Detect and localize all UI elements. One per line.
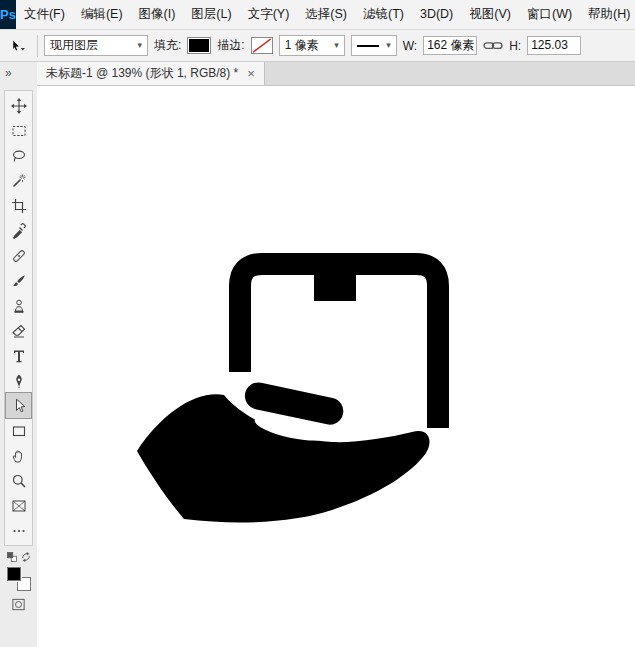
separator bbox=[37, 35, 38, 57]
eyedropper-tool[interactable] bbox=[6, 218, 31, 243]
lasso-tool-icon bbox=[11, 148, 27, 164]
edit-toolbar-button[interactable] bbox=[6, 518, 31, 543]
main-area: » 未标题-1 @ 139% (形状 1, RG bbox=[0, 62, 635, 647]
collapse-panel-button[interactable]: » bbox=[0, 62, 37, 84]
brush-tool[interactable] bbox=[6, 268, 31, 293]
select-mode-dropdown[interactable]: 现用图层 ▾ bbox=[44, 35, 148, 56]
magic-wand-tool-icon bbox=[11, 173, 27, 189]
stroke-label: 描边: bbox=[217, 37, 244, 54]
healing-brush-tool[interactable] bbox=[6, 243, 31, 268]
swap-colors-button[interactable] bbox=[19, 550, 32, 563]
menu-item-edit[interactable]: 编辑(E) bbox=[73, 0, 131, 29]
pen-tool[interactable] bbox=[6, 368, 31, 393]
pen-tool-icon bbox=[11, 373, 27, 389]
menu-item-layer[interactable]: 图层(L) bbox=[183, 0, 239, 29]
color-chips bbox=[7, 567, 31, 591]
crop-tool-icon bbox=[11, 198, 27, 214]
close-tab-icon[interactable]: × bbox=[247, 67, 255, 80]
stroke-width-value: 1 像素 bbox=[285, 37, 319, 54]
path-selection-tool-icon bbox=[11, 398, 27, 414]
frame-tool[interactable] bbox=[6, 493, 31, 518]
width-label: W: bbox=[403, 39, 417, 53]
path-selection-tool[interactable] bbox=[6, 393, 31, 418]
menu-item-file[interactable]: 文件(F) bbox=[16, 0, 73, 29]
eraser-tool[interactable] bbox=[6, 318, 31, 343]
fill-label: 填充: bbox=[154, 37, 181, 54]
hand-tool[interactable] bbox=[6, 443, 31, 468]
fill-color-swatch[interactable] bbox=[187, 37, 211, 54]
menu-bar: Ps 文件(F)编辑(E)图像(I)图层(L)文字(Y)选择(S)滤镜(T)3D… bbox=[0, 0, 635, 30]
menu-items: 文件(F)编辑(E)图像(I)图层(L)文字(Y)选择(S)滤镜(T)3D(D)… bbox=[16, 0, 635, 29]
clone-stamp-tool[interactable] bbox=[6, 293, 31, 318]
chevron-down-icon: ▾ bbox=[386, 41, 391, 50]
stroke-width-dropdown[interactable]: 1 像素 ▾ bbox=[279, 35, 345, 56]
lasso-tool[interactable] bbox=[6, 143, 31, 168]
move-tool[interactable] bbox=[6, 93, 31, 118]
clone-stamp-tool-icon bbox=[11, 298, 27, 314]
healing-brush-tool-icon bbox=[11, 248, 27, 264]
foreground-color-chip[interactable] bbox=[7, 567, 21, 581]
menu-item-window[interactable]: 窗口(W) bbox=[519, 0, 580, 29]
left-dock: » bbox=[0, 62, 37, 647]
crop-tool[interactable] bbox=[6, 193, 31, 218]
no-color-slash-icon bbox=[252, 38, 272, 53]
path-selection-cursor-icon bbox=[10, 38, 26, 54]
photoshop-logo[interactable]: Ps bbox=[0, 0, 16, 29]
options-bar: 现用图层 ▾ 填充: 描边: 1 像素 ▾ ▾ W: 162 像素 H: 125… bbox=[0, 30, 635, 62]
tool-panel bbox=[4, 90, 33, 546]
document-tab-title: 未标题-1 @ 139% (形状 1, RGB/8) * bbox=[46, 65, 238, 82]
canvas[interactable] bbox=[37, 86, 635, 647]
menu-item-type[interactable]: 文字(Y) bbox=[240, 0, 298, 29]
hand-holding-box-shape[interactable] bbox=[132, 246, 454, 536]
frame-tool-icon bbox=[11, 498, 27, 514]
select-mode-value: 现用图层 bbox=[50, 37, 98, 54]
menu-item-3d[interactable]: 3D(D) bbox=[412, 0, 461, 29]
chevron-down-icon: ▾ bbox=[137, 41, 142, 50]
menu-item-filter[interactable]: 滤镜(T) bbox=[355, 0, 412, 29]
stroke-style-dropdown[interactable]: ▾ bbox=[351, 35, 397, 56]
marquee-tool-icon bbox=[11, 123, 27, 139]
document-tab[interactable]: 未标题-1 @ 139% (形状 1, RGB/8) * × bbox=[37, 62, 265, 85]
eyedropper-tool-icon bbox=[11, 223, 27, 239]
document-area: 未标题-1 @ 139% (形状 1, RGB/8) * × bbox=[37, 62, 635, 647]
marquee-tool[interactable] bbox=[6, 118, 31, 143]
zoom-tool-icon bbox=[11, 473, 27, 489]
zoom-tool[interactable] bbox=[6, 468, 31, 493]
color-mini-controls bbox=[5, 550, 32, 563]
chevron-down-icon: ▾ bbox=[334, 41, 339, 50]
stroke-color-swatch[interactable] bbox=[251, 37, 273, 54]
rectangle-tool-icon bbox=[11, 423, 27, 439]
magic-wand-tool[interactable] bbox=[6, 168, 31, 193]
width-input[interactable]: 162 像素 bbox=[423, 36, 477, 55]
menu-item-select[interactable]: 选择(S) bbox=[297, 0, 355, 29]
brush-tool-icon bbox=[11, 273, 27, 289]
move-tool-icon bbox=[11, 98, 27, 114]
link-dimensions-icon[interactable] bbox=[483, 39, 503, 53]
quick-mask-icon bbox=[11, 597, 26, 612]
height-input[interactable]: 125.03 bbox=[527, 36, 581, 55]
document-tab-bar: 未标题-1 @ 139% (形状 1, RGB/8) * × bbox=[37, 62, 635, 86]
edit-toolbar-button-icon bbox=[11, 523, 27, 539]
photoshop-app: Ps 文件(F)编辑(E)图像(I)图层(L)文字(Y)选择(S)滤镜(T)3D… bbox=[0, 0, 635, 647]
hand-tool-icon bbox=[11, 448, 27, 464]
type-tool-icon bbox=[11, 348, 27, 364]
eraser-tool-icon bbox=[11, 323, 27, 339]
solid-line-icon bbox=[357, 45, 379, 47]
menu-item-help[interactable]: 帮助(H) bbox=[580, 0, 635, 29]
type-tool[interactable] bbox=[6, 343, 31, 368]
tool-preset-picker[interactable] bbox=[5, 35, 31, 57]
height-label: H: bbox=[509, 39, 521, 53]
quick-mask-button[interactable] bbox=[6, 593, 31, 615]
default-colors-button[interactable] bbox=[5, 550, 18, 563]
menu-item-view[interactable]: 视图(V) bbox=[461, 0, 519, 29]
rectangle-tool[interactable] bbox=[6, 418, 31, 443]
menu-item-image[interactable]: 图像(I) bbox=[131, 0, 184, 29]
